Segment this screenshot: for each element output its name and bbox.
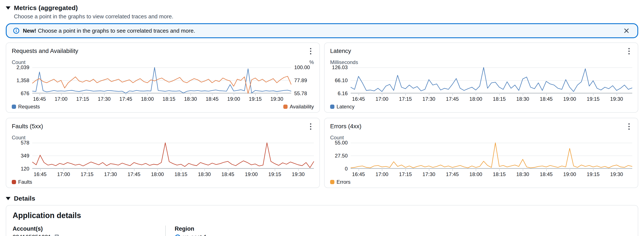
x-axis-tick-mark bbox=[476, 94, 476, 95]
x-axis-tick-label: 17:15 bbox=[76, 96, 89, 102]
x-axis-tick-label: 18:00 bbox=[141, 96, 154, 102]
x-axis-tick-label: 19:15 bbox=[587, 171, 600, 177]
y-axis-tick-label: 55.78 bbox=[294, 91, 307, 97]
x-axis-tick-label: 19:30 bbox=[270, 96, 283, 102]
x-axis-tick-label: 17:00 bbox=[376, 171, 388, 177]
x-axis-tick-label: 19:15 bbox=[268, 171, 281, 177]
y-axis-tick-label: 66.10 bbox=[335, 77, 348, 83]
x-axis-tick-label: 19:00 bbox=[563, 96, 576, 102]
x-axis-tick-mark bbox=[593, 169, 594, 171]
x-axis-tick-mark bbox=[546, 94, 547, 95]
x-axis-tick-label: 17:00 bbox=[376, 96, 388, 102]
collapse-triangle-icon[interactable] bbox=[6, 197, 10, 200]
x-axis-tick-label: 18:30 bbox=[198, 171, 211, 177]
chart-legend: Faults bbox=[12, 179, 314, 185]
legend-item-latency[interactable]: Latency bbox=[330, 104, 354, 110]
x-axis-tick-mark bbox=[452, 169, 453, 171]
metrics-section-subtitle: Choose a point in the graphs to view cor… bbox=[14, 13, 638, 20]
chart-menu-button[interactable] bbox=[308, 47, 314, 56]
x-axis-tick-mark bbox=[87, 169, 88, 171]
plot-area[interactable] bbox=[32, 143, 314, 169]
x-axis-tick-mark bbox=[406, 169, 406, 171]
x-axis: 16:4517:0017:1517:3017:4518:0018:1518:30… bbox=[351, 169, 632, 177]
faults-line[interactable] bbox=[32, 143, 314, 168]
x-axis-tick-label: 17:30 bbox=[422, 96, 435, 102]
y-axis-tick-label: 578 bbox=[21, 140, 29, 146]
x-axis-tick-label: 17:45 bbox=[446, 96, 459, 102]
y-axis-tick-label: 27.50 bbox=[335, 153, 348, 159]
x-axis-tick-mark bbox=[546, 169, 547, 171]
x-axis-tick-label: 16:45 bbox=[33, 96, 46, 102]
x-axis-tick-label: 18:00 bbox=[151, 171, 164, 177]
legend-item-errors[interactable]: Errors bbox=[330, 179, 350, 185]
x-axis-tick-mark bbox=[134, 169, 134, 171]
latency-line[interactable] bbox=[351, 67, 632, 92]
x-axis-tick-mark bbox=[499, 94, 500, 95]
legend-item-availability[interactable]: Availability bbox=[283, 104, 314, 110]
plot-area[interactable] bbox=[351, 67, 632, 94]
y-axis-tick-label: 120 bbox=[21, 166, 29, 172]
x-axis-tick-label: 17:00 bbox=[55, 96, 68, 102]
legend-item-faults[interactable]: Faults bbox=[12, 179, 32, 185]
x-axis: 16:4517:0017:1517:3017:4518:0018:1518:30… bbox=[32, 94, 291, 102]
x-axis-tick-label: 18:30 bbox=[184, 96, 197, 102]
metrics-page: Metrics (aggregated) Choose a point in t… bbox=[0, 0, 644, 236]
x-axis-tick-label: 19:15 bbox=[587, 96, 600, 102]
x-axis-tick-mark bbox=[110, 169, 111, 171]
y-axis-tick-label: 1,358 bbox=[16, 77, 29, 83]
collapse-triangle-icon[interactable] bbox=[6, 6, 10, 9]
application-details-card: Application details Account(s) 234165351… bbox=[6, 205, 638, 236]
plot-area[interactable] bbox=[351, 143, 632, 169]
x-axis-tick-mark bbox=[429, 169, 429, 171]
x-axis-tick-mark bbox=[382, 94, 382, 95]
x-axis: 16:4517:0017:1517:3017:4518:0018:1518:30… bbox=[351, 94, 632, 102]
info-icon bbox=[13, 27, 20, 34]
legend-label: Errors bbox=[336, 179, 350, 185]
x-axis-tick-mark bbox=[64, 169, 64, 171]
chart-menu-button[interactable] bbox=[308, 122, 314, 132]
legend-swatch-icon bbox=[12, 180, 16, 184]
chart-menu-button[interactable] bbox=[626, 122, 632, 132]
chart-title: Requests and Availability bbox=[12, 47, 78, 54]
chart-title: Errors (4xx) bbox=[330, 122, 361, 130]
legend-label: Latency bbox=[336, 104, 354, 110]
x-axis-tick-mark bbox=[40, 94, 40, 95]
x-axis-tick-label: 19:30 bbox=[292, 171, 305, 177]
x-axis-tick-mark bbox=[298, 169, 299, 171]
y-axis-tick-label: 676 bbox=[21, 91, 29, 97]
plot-area[interactable] bbox=[32, 67, 291, 94]
x-axis-tick-mark bbox=[234, 94, 234, 95]
banner-close-button[interactable] bbox=[622, 26, 631, 35]
legend-swatch-icon bbox=[283, 105, 288, 109]
x-axis-tick-mark bbox=[358, 94, 359, 95]
copy-icon[interactable] bbox=[53, 235, 59, 236]
details-section-header: Details bbox=[6, 195, 638, 202]
x-axis-tick-mark bbox=[277, 94, 277, 95]
x-axis-tick-mark bbox=[523, 169, 523, 171]
x-axis-tick-label: 18:45 bbox=[540, 171, 553, 177]
x-axis-tick-label: 18:00 bbox=[469, 96, 482, 102]
chart-menu-button[interactable] bbox=[626, 47, 632, 56]
chart-card-errors: Errors (4xx) Count 55.0027.500 16:4517:0… bbox=[324, 118, 638, 188]
new-feature-banner: New!Choose a point in the graphs to see … bbox=[6, 23, 638, 38]
y-axis-left: 126.0366.106.16 bbox=[330, 67, 351, 94]
x-axis-tick-label: 18:15 bbox=[174, 171, 187, 177]
x-axis-tick-mark bbox=[429, 94, 429, 95]
legend-label: Requests bbox=[18, 104, 40, 110]
x-axis-tick-label: 18:15 bbox=[493, 171, 506, 177]
chart-legend: RequestsAvailability bbox=[12, 104, 314, 110]
y-axis-left: 578349120 bbox=[12, 143, 32, 169]
chart-card-requests-availability: Requests and Availability Count % 2,0391… bbox=[6, 42, 320, 113]
x-axis-tick-mark bbox=[169, 94, 169, 95]
x-axis-tick-mark bbox=[275, 169, 275, 171]
legend-item-requests[interactable]: Requests bbox=[12, 104, 40, 110]
x-axis-tick-label: 18:30 bbox=[516, 171, 529, 177]
details-section-title: Details bbox=[14, 195, 35, 202]
x-axis-tick-mark bbox=[570, 94, 570, 95]
x-axis-tick-label: 17:15 bbox=[399, 96, 412, 102]
x-axis-tick-mark bbox=[104, 94, 104, 95]
x-axis-tick-mark bbox=[476, 169, 476, 171]
errors-line[interactable] bbox=[351, 143, 632, 168]
x-axis-tick-label: 19:30 bbox=[610, 96, 623, 102]
legend-label: Availability bbox=[290, 104, 314, 110]
